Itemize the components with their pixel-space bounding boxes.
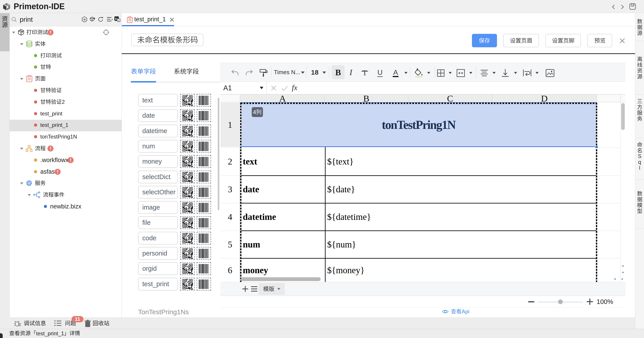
svg-text:A: A <box>393 68 398 76</box>
svg-text:AI: AI <box>84 18 86 21</box>
svg-text:U: U <box>377 68 382 76</box>
svg-text:a: a <box>118 19 120 22</box>
svg-text:T: T <box>362 69 367 77</box>
